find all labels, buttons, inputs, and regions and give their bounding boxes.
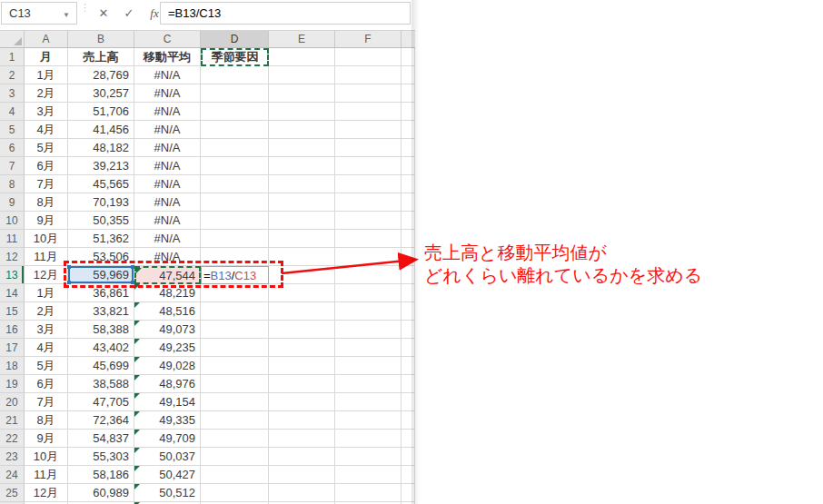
- cell-empty[interactable]: [269, 375, 335, 393]
- row-header-2[interactable]: 2: [0, 66, 25, 84]
- cell-moving-avg[interactable]: #N/A: [134, 193, 201, 212]
- cell-seasonal[interactable]: [201, 193, 269, 212]
- cell-sales[interactable]: 45,699: [68, 357, 134, 375]
- row-header-7[interactable]: 7: [0, 157, 25, 175]
- cell-seasonal[interactable]: [201, 339, 269, 357]
- cell-sales[interactable]: 48,182: [68, 139, 134, 157]
- row-header-3[interactable]: 3: [0, 84, 25, 103]
- cell-empty[interactable]: [335, 175, 402, 193]
- row-header-8[interactable]: 8: [0, 175, 25, 193]
- cell-month[interactable]: 3月: [25, 321, 68, 339]
- cell-moving-avg[interactable]: 50,037: [134, 448, 201, 466]
- cell-seasonal[interactable]: [201, 448, 269, 466]
- row-header-13[interactable]: 13: [0, 266, 25, 284]
- cell-empty[interactable]: [269, 103, 335, 121]
- row-header-24[interactable]: 24: [0, 466, 25, 484]
- cell-moving-avg[interactable]: #N/A: [134, 121, 201, 139]
- cell-moving-avg[interactable]: 49,073: [134, 321, 201, 339]
- cell-empty[interactable]: [335, 212, 402, 230]
- cell-seasonal[interactable]: [201, 321, 269, 339]
- cell-month[interactable]: 8月: [25, 193, 68, 212]
- cell-sales[interactable]: 33,821: [68, 302, 134, 321]
- cell-moving-avg[interactable]: #N/A: [134, 175, 201, 193]
- cell-month[interactable]: 7月: [25, 393, 68, 411]
- cell-sales[interactable]: 72,364: [68, 411, 134, 430]
- cell-month[interactable]: 1月: [25, 66, 68, 84]
- cell-empty[interactable]: [269, 193, 335, 212]
- cell-seasonal[interactable]: [201, 157, 269, 175]
- cell-month[interactable]: 9月: [25, 430, 68, 448]
- cell-sales[interactable]: 39,213: [68, 157, 134, 175]
- row-header-11[interactable]: 11: [0, 230, 25, 248]
- cell-empty[interactable]: [335, 430, 402, 448]
- cell-moving-avg[interactable]: #N/A: [134, 230, 201, 248]
- cell-moving-avg[interactable]: #N/A: [134, 84, 201, 103]
- cell-month[interactable]: 10月: [25, 448, 68, 466]
- cell-sales[interactable]: 58,186: [68, 466, 134, 484]
- cell-month[interactable]: 11月: [25, 466, 68, 484]
- cell-seasonal[interactable]: [201, 66, 269, 84]
- cell-empty[interactable]: [269, 466, 335, 484]
- cell-empty[interactable]: [269, 175, 335, 193]
- cell-moving-avg[interactable]: 50,427: [134, 466, 201, 484]
- cell-sales[interactable]: 43,402: [68, 339, 134, 357]
- cell-month[interactable]: 2月: [25, 84, 68, 103]
- cell-moving-avg[interactable]: 49,335: [134, 411, 201, 430]
- row-header-15[interactable]: 15: [0, 302, 25, 321]
- column-header-D[interactable]: D: [201, 31, 269, 47]
- cell-empty[interactable]: [335, 103, 402, 121]
- cell-empty[interactable]: [335, 157, 402, 175]
- cell-sales[interactable]: 55,303: [68, 448, 134, 466]
- cell-moving-avg[interactable]: #N/A: [134, 66, 201, 84]
- cell-seasonal[interactable]: [201, 357, 269, 375]
- cell-empty[interactable]: [335, 466, 402, 484]
- cell-empty[interactable]: [269, 393, 335, 411]
- cell-F1[interactable]: [335, 48, 402, 66]
- cell-moving-avg[interactable]: 50,512: [134, 484, 201, 502]
- cell-empty[interactable]: [269, 411, 335, 430]
- cell-moving-avg[interactable]: 48,516: [134, 302, 201, 321]
- cell-empty[interactable]: [269, 157, 335, 175]
- cell-seasonal[interactable]: [201, 84, 269, 103]
- row-header-21[interactable]: 21: [0, 411, 25, 430]
- row-header-12[interactable]: 12: [0, 248, 25, 266]
- cell-month[interactable]: 12月: [25, 266, 68, 284]
- name-box[interactable]: C13 ▼: [1, 2, 77, 25]
- cell-moving-avg[interactable]: 49,235: [134, 339, 201, 357]
- row-header-19[interactable]: 19: [0, 375, 25, 393]
- row-header-20[interactable]: 20: [0, 393, 25, 411]
- column-header-B[interactable]: B: [68, 31, 134, 47]
- cell-seasonal[interactable]: [201, 175, 269, 193]
- cell-sales[interactable]: 41,456: [68, 121, 134, 139]
- cell-sales[interactable]: 70,193: [68, 193, 134, 212]
- cell-month[interactable]: 8月: [25, 411, 68, 430]
- cell-month[interactable]: 6月: [25, 157, 68, 175]
- cell-empty[interactable]: [335, 84, 402, 103]
- cell-sales[interactable]: 60,989: [68, 484, 134, 502]
- cell-month[interactable]: 5月: [25, 357, 68, 375]
- cell-sales[interactable]: 54,837: [68, 430, 134, 448]
- cell-sales[interactable]: 50,355: [68, 212, 134, 230]
- cell-moving-avg[interactable]: #N/A: [134, 139, 201, 157]
- cell-seasonal[interactable]: [201, 466, 269, 484]
- cancel-icon[interactable]: ✕: [96, 6, 111, 20]
- cell-empty[interactable]: [335, 484, 402, 502]
- row-header-5[interactable]: 5: [0, 121, 25, 139]
- cell-empty[interactable]: [269, 212, 335, 230]
- name-box-dropdown-icon[interactable]: ▼: [63, 11, 70, 19]
- cell-month[interactable]: 3月: [25, 103, 68, 121]
- column-header-F[interactable]: F: [335, 31, 402, 47]
- cell-empty[interactable]: [269, 84, 335, 103]
- cell-D1[interactable]: 季節要因: [201, 48, 269, 66]
- row-header-9[interactable]: 9: [0, 193, 25, 212]
- cell-moving-avg[interactable]: 49,709: [134, 430, 201, 448]
- cell-empty[interactable]: [269, 121, 335, 139]
- cell-empty[interactable]: [269, 339, 335, 357]
- cell-month[interactable]: 10月: [25, 230, 68, 248]
- cell-empty[interactable]: [269, 430, 335, 448]
- cell-month[interactable]: 6月: [25, 375, 68, 393]
- cell-month[interactable]: 5月: [25, 139, 68, 157]
- cell-seasonal[interactable]: [201, 484, 269, 502]
- cell-moving-avg[interactable]: #N/A: [134, 103, 201, 121]
- cell-sales[interactable]: 51,362: [68, 230, 134, 248]
